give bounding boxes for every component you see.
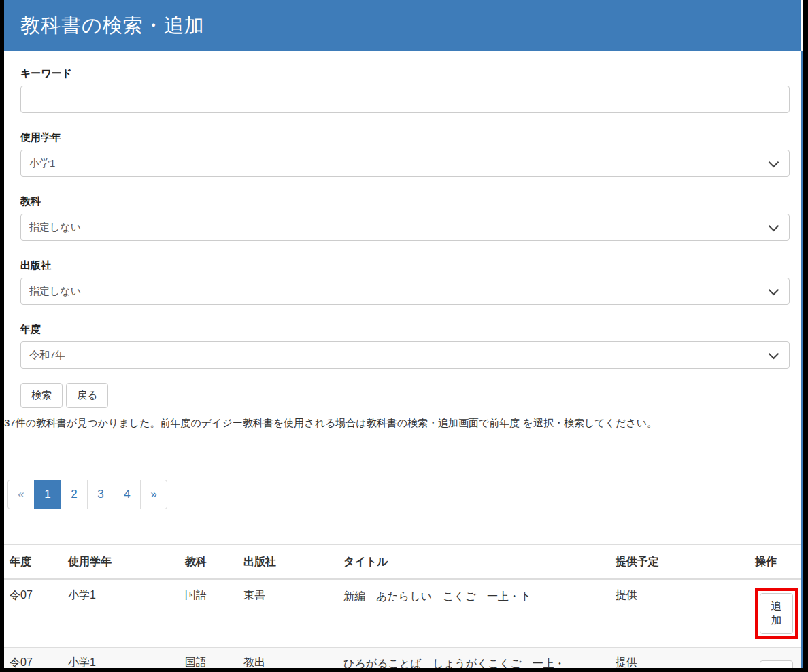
header-action: 操作 xyxy=(750,545,803,579)
chevron-down-icon xyxy=(769,156,779,167)
form-buttons: 検索 戻る xyxy=(20,383,790,408)
pagination-page-3[interactable]: 3 xyxy=(87,480,114,509)
results-table: 年度 使用学年 教科 出版社 タイトル 提供予定 操作 令07 小学1 国語 東… xyxy=(4,544,803,672)
right-edge-line xyxy=(801,51,803,668)
grade-group: 使用学年 小学1 xyxy=(20,131,790,177)
textbook-title: ひろがることば しょうがくこくご 一上・下 xyxy=(343,656,568,672)
publisher-select[interactable]: 指定しない xyxy=(20,278,790,305)
header-year: 年度 xyxy=(4,545,63,579)
cell-availability: 提供 xyxy=(610,579,750,648)
keyword-input[interactable] xyxy=(20,86,790,113)
textbook-title: 新編 あたらしい こくご 一上・下 xyxy=(343,588,568,605)
cell-year: 令07 xyxy=(4,648,63,672)
cell-grade: 小学1 xyxy=(63,648,180,672)
cell-availability: 提供 xyxy=(610,648,750,672)
cell-action: 追加 xyxy=(750,579,803,648)
cell-title: ひろがることば しょうがくこくご 一上・下 xyxy=(338,648,610,672)
keyword-label: キーワード xyxy=(20,67,790,79)
cell-grade: 小学1 xyxy=(63,579,180,648)
year-select[interactable]: 令和7年 xyxy=(20,341,790,369)
subject-select-value: 指定しない xyxy=(29,221,81,234)
table-row: 令07 小学1 国語 教出 ひろがることば しょうがくこくご 一上・下 提供 追… xyxy=(4,648,803,672)
action-box: 追加 xyxy=(755,656,798,672)
table-row: 令07 小学1 国語 東書 新編 あたらしい こくご 一上・下 提供 追加 xyxy=(4,579,803,648)
grade-select-value: 小学1 xyxy=(29,157,55,170)
publisher-select-value: 指定しない xyxy=(29,285,81,298)
header-publisher: 出版社 xyxy=(238,545,338,579)
pagination-next[interactable]: » xyxy=(140,480,167,509)
search-form: キーワード 使用学年 小学1 教科 指定しない 出版社 指定しない 年度 令和7… xyxy=(4,51,803,408)
add-button[interactable]: 追加 xyxy=(760,593,793,634)
page-title: 教科書の検索・追加 xyxy=(20,12,205,39)
header-availability: 提供予定 xyxy=(610,545,750,579)
pagination-page-1[interactable]: 1 xyxy=(34,480,61,509)
highlight-box: 追加 xyxy=(755,588,798,639)
header-subject: 教科 xyxy=(180,545,238,579)
header-grade: 使用学年 xyxy=(63,545,180,579)
pagination-page-2[interactable]: 2 xyxy=(61,480,88,509)
year-select-value: 令和7年 xyxy=(29,349,65,362)
cell-year: 令07 xyxy=(4,579,63,648)
subject-group: 教科 指定しない xyxy=(20,195,790,241)
chevron-down-icon xyxy=(769,220,779,231)
keyword-group: キーワード xyxy=(20,67,790,113)
cell-publisher: 教出 xyxy=(238,648,338,672)
grade-select[interactable]: 小学1 xyxy=(20,150,790,177)
cell-action: 追加 xyxy=(750,648,803,672)
header-title: タイトル xyxy=(338,545,610,579)
pagination-prev[interactable]: « xyxy=(7,480,35,509)
year-group: 年度 令和7年 xyxy=(20,323,790,369)
result-message: 37件の教科書が見つかりました。前年度のデイジー教科書を使用される場合は教科書の… xyxy=(4,417,803,429)
cell-title: 新編 あたらしい こくご 一上・下 xyxy=(338,579,610,648)
add-button[interactable]: 追加 xyxy=(760,660,793,672)
year-label: 年度 xyxy=(20,323,790,335)
cell-subject: 国語 xyxy=(180,579,238,648)
publisher-label: 出版社 xyxy=(20,259,790,271)
grade-label: 使用学年 xyxy=(20,131,790,143)
back-button[interactable]: 戻る xyxy=(66,383,108,408)
page-header: 教科書の検索・追加 xyxy=(4,0,801,51)
chevron-down-icon xyxy=(769,284,779,295)
results-table-wrap: 年度 使用学年 教科 出版社 タイトル 提供予定 操作 令07 小学1 国語 東… xyxy=(4,544,803,672)
pagination-page-4[interactable]: 4 xyxy=(114,480,141,509)
search-button[interactable]: 検索 xyxy=(20,383,63,408)
cell-subject: 国語 xyxy=(180,648,238,672)
subject-label: 教科 xyxy=(20,195,790,207)
table-header-row: 年度 使用学年 教科 出版社 タイトル 提供予定 操作 xyxy=(4,545,803,579)
subject-select[interactable]: 指定しない xyxy=(20,214,790,241)
cell-publisher: 東書 xyxy=(238,579,338,648)
chevron-down-icon xyxy=(769,348,779,359)
publisher-group: 出版社 指定しない xyxy=(20,259,790,305)
pagination: « 1 2 3 4 » xyxy=(4,429,803,509)
